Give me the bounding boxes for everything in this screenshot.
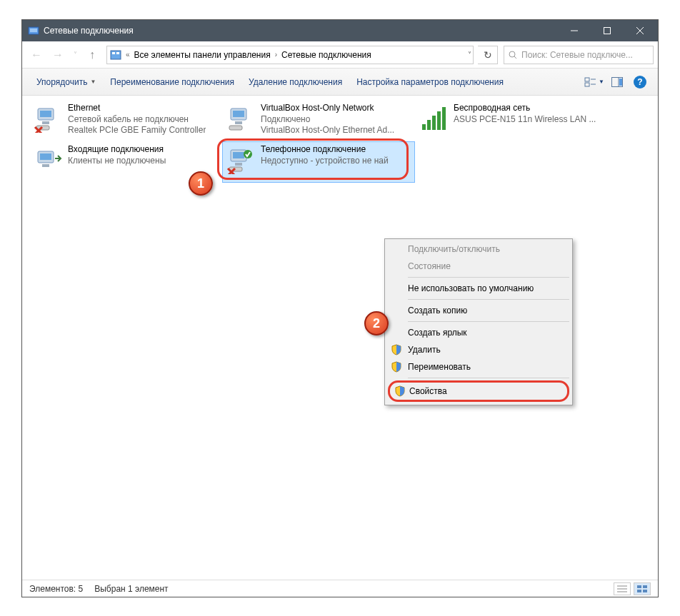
item-count: Элементов: 5 bbox=[29, 584, 83, 594]
status-bar: Элементов: 5 Выбран 1 элемент bbox=[22, 580, 658, 597]
details-view-button[interactable] bbox=[614, 582, 631, 595]
view-options-button[interactable]: ▼ bbox=[584, 73, 605, 91]
back-button[interactable]: ← bbox=[26, 45, 46, 65]
connection-device: VirtualBox Host-Only Ethernet Ad... bbox=[261, 125, 394, 136]
context-menu-item-подключить-отключить: Подключить/отключить bbox=[386, 241, 571, 258]
preview-pane-button[interactable] bbox=[606, 73, 628, 91]
control-panel-icon bbox=[110, 49, 121, 61]
context-menu-label: Создать копию bbox=[408, 306, 467, 315]
connection-name: Беспроводная сеть bbox=[454, 103, 596, 114]
connection-icon bbox=[226, 103, 256, 133]
search-input[interactable]: Поиск: Сетевые подключе... bbox=[504, 46, 654, 64]
connection-name: Телефонное подключение bbox=[261, 144, 389, 156]
maximize-button[interactable] bbox=[591, 20, 624, 41]
svg-rect-42 bbox=[637, 585, 641, 588]
callout-1: 1 bbox=[189, 171, 213, 196]
help-button[interactable]: ? bbox=[629, 73, 651, 91]
toolbar: Упорядочить▼ Переименование подключения … bbox=[22, 69, 658, 96]
context-menu-item-переименовать[interactable]: Переименовать bbox=[386, 358, 571, 375]
context-menu-label: Создать ярлык bbox=[408, 328, 467, 338]
context-menu: Подключить/отключитьСостояниеНе использо… bbox=[384, 238, 573, 405]
connection-icon bbox=[226, 144, 256, 174]
context-menu-item-не-использовать-по-умолчанию[interactable]: Не использовать по умолчанию bbox=[386, 280, 571, 297]
context-menu-item-состояние: Состояние bbox=[386, 258, 571, 275]
tiles-view-button[interactable] bbox=[634, 582, 651, 595]
svg-rect-3 bbox=[604, 28, 611, 34]
close-button[interactable] bbox=[624, 20, 656, 41]
context-menu-item-создать-ярлык[interactable]: Создать ярлык bbox=[386, 324, 571, 341]
svg-rect-25 bbox=[229, 126, 242, 130]
selection-count: Выбран 1 элемент bbox=[94, 584, 168, 594]
connection-name: VirtualBox Host-Only Network bbox=[261, 103, 394, 114]
forward-button[interactable]: → bbox=[48, 45, 68, 65]
connection-status: Сетевой кабель не подключен bbox=[68, 114, 206, 126]
search-placeholder: Поиск: Сетевые подключе... bbox=[521, 50, 633, 60]
connection-name: Ethernet bbox=[68, 103, 206, 114]
titlebar: Сетевые подключения bbox=[22, 20, 658, 41]
navigation-bar: ← → ˅ ↑ « Все элементы панели управления… bbox=[22, 41, 658, 69]
breadcrumb[interactable]: « Все элементы панели управления › Сетев… bbox=[106, 46, 474, 64]
chevron-right-icon: › bbox=[274, 51, 279, 59]
svg-rect-26 bbox=[422, 124, 426, 130]
delete-connection-button[interactable]: Удаление подключения bbox=[241, 74, 349, 90]
history-dropdown[interactable]: ˅ bbox=[69, 45, 81, 65]
svg-rect-29 bbox=[437, 111, 441, 130]
breadcrumb-left-chev[interactable]: « bbox=[124, 51, 131, 59]
svg-rect-43 bbox=[643, 585, 647, 588]
organize-menu[interactable]: Упорядочить▼ bbox=[29, 74, 103, 90]
rename-connection-button[interactable]: Переименование подключения bbox=[103, 74, 241, 90]
svg-line-10 bbox=[514, 56, 516, 59]
connection-item-4[interactable]: Телефонное подключениеНедоступно - устро… bbox=[222, 141, 415, 183]
context-menu-label: Не использовать по умолчанию bbox=[408, 283, 534, 293]
breadcrumb-dropdown[interactable]: ˅ bbox=[468, 51, 471, 59]
shield-icon bbox=[394, 385, 406, 397]
svg-rect-17 bbox=[619, 79, 622, 86]
connection-name: Входящие подключения bbox=[68, 144, 166, 156]
breadcrumb-part-1[interactable]: Все элементы панели управления bbox=[131, 50, 274, 60]
shield-icon bbox=[391, 361, 402, 373]
connection-settings-button[interactable]: Настройка параметров подключения bbox=[349, 74, 511, 90]
connections-grid: EthernetСетевой кабель не подключенRealt… bbox=[22, 96, 658, 187]
context-menu-label: Подключить/отключить bbox=[408, 244, 500, 254]
connection-icon bbox=[419, 103, 449, 133]
content-area: EthernetСетевой кабель не подключенRealt… bbox=[22, 96, 658, 580]
context-menu-label: Удалить bbox=[408, 345, 441, 355]
connection-status: Недоступно - устройство не най bbox=[261, 156, 389, 167]
svg-rect-8 bbox=[116, 52, 119, 54]
svg-rect-7 bbox=[112, 52, 115, 54]
svg-rect-11 bbox=[585, 78, 589, 81]
context-menu-separator bbox=[408, 321, 569, 322]
refresh-button[interactable]: ↻ bbox=[478, 46, 498, 64]
svg-rect-28 bbox=[432, 116, 436, 130]
connection-item-1[interactable]: VirtualBox Host-Only NetworkПодключеноVi… bbox=[222, 100, 415, 141]
svg-point-9 bbox=[509, 51, 515, 57]
connection-device: Realtek PCIe GBE Family Controller bbox=[68, 125, 206, 136]
context-menu-item-свойства[interactable]: Свойства bbox=[388, 380, 569, 402]
svg-rect-12 bbox=[585, 83, 589, 86]
context-menu-item-создать-копию[interactable]: Создать копию bbox=[386, 302, 571, 319]
minimize-button[interactable] bbox=[558, 20, 591, 41]
connection-icon bbox=[34, 144, 64, 174]
connection-status: Подключено bbox=[261, 114, 394, 126]
context-menu-item-удалить[interactable]: Удалить bbox=[386, 341, 571, 358]
connection-device: ASUS PCE-N15 11n Wireless LAN ... bbox=[454, 114, 596, 126]
callout-2: 2 bbox=[364, 311, 389, 335]
connection-item-0[interactable]: EthernetСетевой кабель не подключенRealt… bbox=[29, 100, 222, 141]
svg-rect-20 bbox=[42, 121, 49, 124]
svg-rect-24 bbox=[235, 121, 242, 124]
search-icon bbox=[509, 51, 517, 59]
svg-rect-35 bbox=[233, 152, 244, 158]
window-title: Сетевые подключения bbox=[44, 26, 558, 36]
svg-rect-6 bbox=[111, 51, 121, 59]
svg-rect-1 bbox=[30, 29, 37, 32]
up-button[interactable]: ↑ bbox=[82, 45, 102, 65]
breadcrumb-part-2[interactable]: Сетевые подключения bbox=[279, 50, 374, 60]
connection-icon bbox=[34, 103, 64, 133]
context-menu-label: Переименовать bbox=[408, 362, 471, 372]
shield-icon bbox=[391, 344, 402, 355]
window: Сетевые подключения ← → ˅ ↑ « Все элемен… bbox=[21, 19, 659, 597]
svg-rect-32 bbox=[40, 153, 51, 160]
connection-item-2[interactable]: Беспроводная сетьASUS PCE-N15 11n Wirele… bbox=[415, 100, 608, 141]
context-menu-label: Свойства bbox=[409, 386, 447, 396]
svg-rect-19 bbox=[40, 111, 51, 117]
